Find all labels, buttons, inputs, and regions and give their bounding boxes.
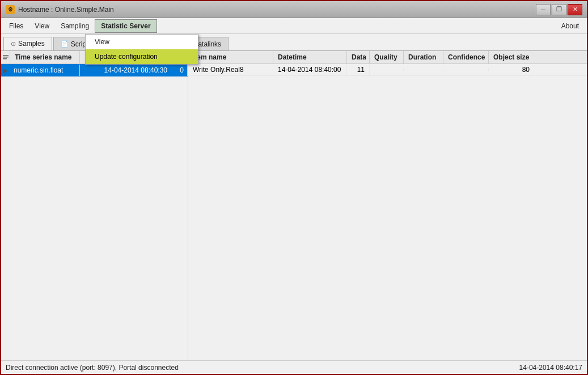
col-duration: Duration <box>404 51 443 63</box>
tab-samples-label: Samples <box>18 40 45 48</box>
window-frame: ⚙ Hostname : Online.Simple.Main ─ ❒ ✕ Fi… <box>0 0 588 375</box>
left-panel-row[interactable]: ▶ numeric.sin.float 14-04-2014 08:40:30 … <box>1 64 188 77</box>
window-title: Hostname : Online.Simple.Main <box>18 6 114 14</box>
dropdown-update-configuration[interactable]: Update configuration <box>86 49 198 64</box>
cell-duration <box>404 68 443 71</box>
title-bar: ⚙ Hostname : Online.Simple.Main ─ ❒ ✕ <box>1 1 587 18</box>
row-indicator: ▶ <box>1 64 10 76</box>
main-content: Time series name ▶ numeric.sin.float 14-… <box>1 51 587 360</box>
status-bar: Direct connection active (port: 8097), P… <box>1 360 587 374</box>
menu-files[interactable]: Files <box>3 20 29 32</box>
left-header-indicator <box>1 51 10 63</box>
menu-bar: Files View Sampling Statistic Server Abo… <box>1 18 587 34</box>
cell-quality <box>370 68 404 71</box>
menu-about[interactable]: About <box>556 20 585 32</box>
col-data: Data <box>347 51 370 63</box>
row-cell-name: numeric.sin.float <box>10 65 80 76</box>
dropdown-menu: View Update configuration <box>85 34 198 65</box>
menu-sampling[interactable]: Sampling <box>55 20 95 32</box>
col-item-name: Item name <box>188 51 273 63</box>
status-left: Direct connection active (port: 8097), P… <box>6 364 179 372</box>
right-data-row: Write Only.Real8 14-04-2014 08:40:00 11 … <box>188 64 587 76</box>
restore-button[interactable]: ❒ <box>552 4 566 15</box>
right-table-header: Item name Datetime Data Quality Duration… <box>188 51 587 64</box>
dropdown-view[interactable]: View <box>86 35 198 49</box>
cell-confidence <box>443 68 489 71</box>
col-datetime: Datetime <box>273 51 347 63</box>
minimize-button[interactable]: ─ <box>536 4 551 15</box>
svg-rect-1 <box>3 57 9 58</box>
svg-rect-2 <box>3 58 7 59</box>
col-confidence: Confidence <box>443 51 489 63</box>
title-bar-left: ⚙ Hostname : Online.Simple.Main <box>6 5 114 14</box>
svg-rect-0 <box>3 55 9 56</box>
tab-samples[interactable]: ⊙ Samples <box>3 37 52 50</box>
samples-tab-icon: ⊙ <box>11 40 16 48</box>
script-tab-icon: 📄 <box>61 40 69 48</box>
cell-data: 11 <box>347 64 370 75</box>
row-cell-timestamp: 14-04-2014 08:40:30 <box>80 65 171 76</box>
col-quality: Quality <box>370 51 404 63</box>
left-col-timeseries: Time series name <box>10 51 80 63</box>
menu-view[interactable]: View <box>29 20 55 32</box>
sort-icon <box>2 54 9 61</box>
left-panel: Time series name ▶ numeric.sin.float 14-… <box>1 51 188 360</box>
cell-item-name: Write Only.Real8 <box>188 64 273 75</box>
menu-statistic-server[interactable]: Statistic Server <box>95 19 156 33</box>
status-right: 14-04-2014 08:40:17 <box>519 364 582 372</box>
cell-datetime: 14-04-2014 08:40:00 <box>273 64 347 75</box>
cell-object-size: 80 <box>489 64 534 75</box>
row-cell-count: 0 <box>171 65 188 76</box>
right-panel: Item name Datetime Data Quality Duration… <box>188 51 587 360</box>
title-controls: ─ ❒ ✕ <box>536 4 582 15</box>
col-object-size: Object size <box>489 51 534 63</box>
close-button[interactable]: ✕ <box>568 4 582 15</box>
app-icon: ⚙ <box>6 5 15 14</box>
